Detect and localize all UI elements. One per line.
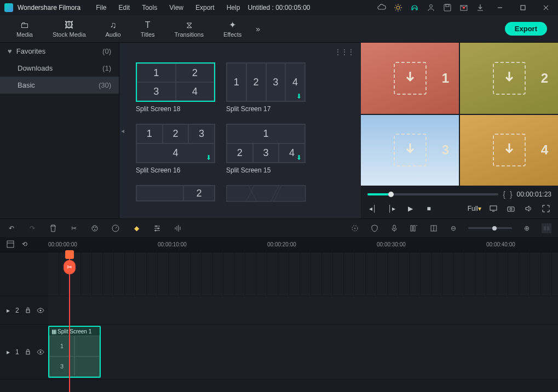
playhead[interactable]: ✂: [69, 252, 70, 392]
menu-edit[interactable]: Edit: [113, 2, 136, 14]
collapse-sidebar-icon[interactable]: ◂: [119, 43, 126, 218]
user-icon[interactable]: [427, 3, 435, 12]
preview-drop-zone-3[interactable]: 3: [361, 115, 459, 186]
tab-audio[interactable]: ♫Audio: [96, 15, 131, 43]
menu-export[interactable]: Export: [190, 2, 220, 14]
mark-out-icon[interactable]: }: [510, 190, 513, 199]
shield-icon[interactable]: [370, 223, 379, 233]
sidebar-item-basic[interactable]: Basic (30): [0, 77, 119, 94]
sun-icon[interactable]: [394, 3, 402, 12]
preview-drop-zone-2[interactable]: 2: [460, 43, 558, 114]
eye-icon[interactable]: [37, 349, 44, 355]
tab-stock-media[interactable]: 🖼Stock Media: [43, 15, 96, 43]
template-split-screen-18[interactable]: 1 2 3 4 Split Screen 18: [136, 62, 215, 113]
save-icon[interactable]: [443, 3, 452, 12]
svg-point-20: [510, 208, 512, 210]
svg-rect-45: [544, 226, 546, 230]
snapshot-icon[interactable]: [505, 203, 516, 214]
fit-icon[interactable]: [542, 223, 551, 233]
split-handle-icon[interactable]: ✂: [64, 260, 76, 274]
play-icon[interactable]: ▶: [405, 203, 416, 214]
sidebar-item-favorites[interactable]: ♥ Favorites (0): [0, 43, 119, 60]
minimize-button[interactable]: [492, 2, 508, 13]
menu-help[interactable]: Help: [221, 2, 246, 14]
svg-rect-46: [547, 226, 549, 230]
export-button[interactable]: Export: [505, 22, 547, 36]
menu-file[interactable]: File: [90, 2, 112, 14]
svg-point-38: [354, 228, 355, 229]
prev-frame-icon[interactable]: ◂│: [367, 203, 378, 214]
volume-icon[interactable]: [523, 203, 534, 214]
track-options-icon[interactable]: [7, 240, 14, 248]
maximize-button[interactable]: [515, 2, 531, 13]
track-row-1: ▸ 1 ▦Split Screen 1 1 3: [0, 325, 558, 379]
svg-point-23: [95, 227, 96, 228]
marker-icon[interactable]: [429, 223, 439, 233]
stop-icon[interactable]: ■: [423, 203, 434, 214]
heart-icon: ♥: [8, 47, 12, 55]
track-content[interactable]: ▦Split Screen 1 1 3: [48, 325, 558, 379]
text-icon: T: [145, 20, 151, 30]
app-name: Wondershare Filmora: [18, 4, 80, 11]
close-button[interactable]: [538, 2, 554, 13]
grid-view-icon[interactable]: ⋮⋮⋮: [335, 48, 354, 56]
tab-effects[interactable]: ✦Effects: [214, 15, 251, 43]
cloud-icon[interactable]: [377, 3, 386, 12]
tab-media[interactable]: 🗀Media: [7, 15, 43, 43]
svg-point-31: [158, 227, 159, 229]
zoom-slider[interactable]: [468, 227, 512, 229]
sidebar-label: Favorites: [16, 47, 45, 55]
timeline-ruler[interactable]: ⟲ 00:00:00:00 00:00:10:00 00:00:20:00 00…: [0, 237, 558, 252]
more-tabs-icon[interactable]: »: [256, 25, 260, 33]
mic-icon[interactable]: [389, 223, 399, 233]
headphones-icon[interactable]: [410, 3, 419, 12]
menu-tools[interactable]: Tools: [136, 2, 163, 14]
zoom-in-icon[interactable]: ⊕: [522, 223, 532, 233]
audio-wave-icon[interactable]: [173, 223, 183, 233]
preview-drop-zone-1[interactable]: 1: [361, 43, 459, 114]
template-partial-b[interactable]: [226, 185, 306, 201]
next-frame-icon[interactable]: │▸: [386, 203, 397, 214]
lock-icon[interactable]: [25, 307, 31, 314]
download-icon[interactable]: [476, 3, 485, 12]
svg-rect-51: [26, 351, 30, 354]
display-icon[interactable]: [488, 203, 499, 214]
redo-icon[interactable]: ↷: [27, 223, 37, 233]
menu-view[interactable]: View: [164, 2, 189, 14]
delete-icon[interactable]: [48, 223, 58, 233]
svg-rect-39: [393, 225, 395, 229]
svg-rect-17: [490, 206, 497, 210]
timeline-clip[interactable]: ▦Split Screen 1 1 3: [48, 326, 101, 378]
svg-point-22: [93, 227, 94, 228]
keyframe-icon[interactable]: ◆: [131, 223, 141, 233]
tab-titles[interactable]: TTitles: [131, 15, 165, 43]
mail-icon[interactable]: [459, 3, 468, 12]
sidebar-item-downloads[interactable]: Downloads (1): [0, 60, 119, 77]
mark-in-icon[interactable]: {: [503, 190, 505, 199]
lock-icon[interactable]: [25, 349, 31, 355]
speed-icon[interactable]: [111, 223, 120, 233]
color-icon[interactable]: [90, 223, 100, 233]
fullscreen-icon[interactable]: [540, 203, 551, 214]
target-icon[interactable]: [350, 223, 360, 233]
zoom-out-icon[interactable]: ⊖: [448, 223, 458, 233]
adjust-icon[interactable]: [152, 223, 162, 233]
eye-icon[interactable]: [37, 307, 44, 314]
link-icon[interactable]: ⟲: [22, 240, 27, 248]
quality-dropdown[interactable]: Full ▾: [468, 203, 481, 214]
template-partial-a[interactable]: 2: [136, 185, 215, 201]
undo-icon[interactable]: ↶: [7, 223, 16, 233]
template-split-screen-17[interactable]: 1 2 3 4 ⬇ Split Screen 17: [226, 62, 306, 113]
sidebar-count: (0): [102, 47, 111, 55]
svg-point-0: [396, 6, 400, 9]
mixer-icon[interactable]: [409, 223, 419, 233]
preview-scrubber[interactable]: [367, 193, 498, 195]
template-split-screen-16[interactable]: 1 2 3 4 ⬇ Split Screen 16: [136, 124, 215, 174]
preview-drop-zone-4[interactable]: 4: [460, 115, 558, 186]
template-split-screen-15[interactable]: 1 2 3 4 ⬇ Split Screen 15: [226, 124, 306, 174]
split-icon[interactable]: ✂: [69, 223, 79, 233]
main-menu: File Edit Tools View Export Help: [90, 2, 245, 14]
tab-transitions[interactable]: ⧖Transitions: [165, 15, 214, 43]
svg-point-30: [156, 225, 157, 227]
track-content[interactable]: [48, 296, 558, 324]
